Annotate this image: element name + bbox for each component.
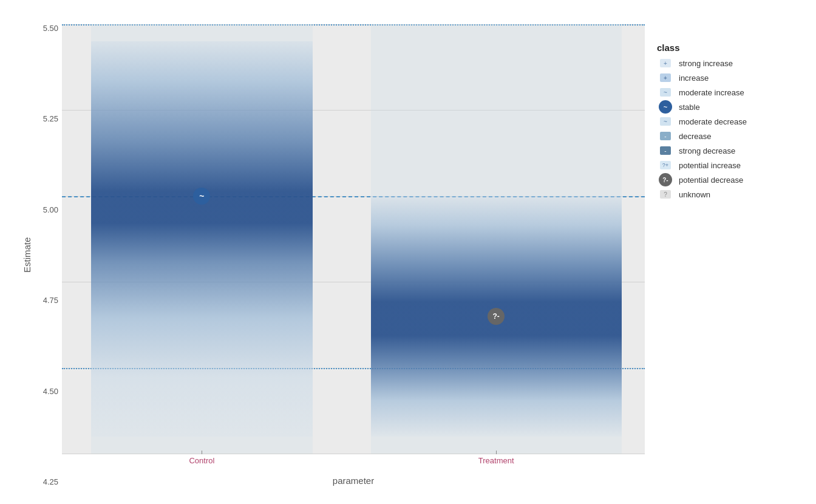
- legend-item-potential-increase: ?+ potential increase: [657, 160, 797, 171]
- legend-title: class: [657, 43, 797, 53]
- y-tick-475: 4.75: [43, 296, 58, 304]
- legend-label-moderate-decrease: moderate decrease: [679, 117, 747, 126]
- legend-label-strong-decrease: strong decrease: [679, 146, 735, 155]
- legend-icon-decrease: -: [657, 131, 674, 141]
- y-tick-425: 4.25: [43, 478, 58, 486]
- y-axis: 5.50 5.25 5.00 4.75 4.50 4.25: [36, 24, 62, 486]
- y-tick-500: 5.00: [43, 206, 58, 214]
- plot-inner: ~ ?-: [62, 24, 645, 454]
- legend-item-strong-decrease: - strong decrease: [657, 145, 797, 156]
- legend-icon-moderate-decrease: ~: [657, 116, 674, 127]
- legend-item-moderate-increase: ~ moderate increase: [657, 87, 797, 98]
- control-inner-box: [91, 41, 313, 436]
- legend-label-unknown: unknown: [679, 190, 710, 199]
- legend-icon-moderate-increase: ~: [657, 87, 674, 98]
- legend-item-increase: + increase: [657, 72, 797, 83]
- legend-item-stable: ~ stable: [657, 101, 797, 112]
- legend-item-moderate-decrease: ~ moderate decrease: [657, 116, 797, 127]
- legend-label-potential-decrease: potential decrease: [679, 175, 743, 185]
- y-tick-525: 5.25: [43, 115, 58, 123]
- chart-container: Estimate 5.50 5.25 5.00 4.75 4.50 4.25: [13, 12, 803, 492]
- chart-area: Estimate 5.50 5.25 5.00 4.75 4.50 4.25: [19, 24, 645, 486]
- legend-item-unknown: ? unknown: [657, 189, 797, 200]
- legend-icon-stable: ~: [657, 101, 674, 112]
- plot-wrapper: Estimate 5.50 5.25 5.00 4.75 4.50 4.25: [19, 24, 645, 486]
- x-tick-control: Control: [189, 456, 214, 465]
- legend-item-potential-decrease: ?- potential decrease: [657, 174, 797, 185]
- symbol-potential-decrease: ?-: [488, 308, 505, 325]
- legend-label-potential-increase: potential increase: [679, 161, 741, 170]
- legend-icon-potential-increase: ?+: [657, 160, 674, 171]
- y-tick-450: 4.50: [43, 387, 58, 395]
- legend-label-strong-increase: strong increase: [679, 59, 733, 68]
- legend-label-decrease: decrease: [679, 132, 711, 141]
- legend-icon-strong-increase: +: [657, 58, 674, 69]
- x-axis-label: parameter: [62, 475, 645, 486]
- legend-icon-unknown: ?: [657, 189, 674, 200]
- treatment-outer-box: ?-: [371, 24, 622, 454]
- legend: class + strong increase + increase: [657, 43, 797, 203]
- legend-label-moderate-increase: moderate increase: [679, 88, 744, 97]
- control-outer-box: ~: [91, 24, 313, 454]
- y-axis-label: Estimate: [19, 24, 34, 486]
- legend-label-increase: increase: [679, 73, 709, 83]
- legend-icon-potential-decrease: ?-: [657, 174, 674, 185]
- legend-icon-increase: +: [657, 72, 674, 83]
- legend-item-strong-increase: + strong increase: [657, 58, 797, 69]
- x-axis: Control Treatment: [62, 454, 645, 473]
- symbol-stable: ~: [193, 188, 210, 205]
- legend-item-decrease: - decrease: [657, 131, 797, 141]
- legend-label-stable: stable: [679, 103, 700, 112]
- x-tick-treatment: Treatment: [478, 456, 514, 465]
- y-tick-550: 5.50: [43, 24, 58, 32]
- legend-icon-strong-decrease: -: [657, 145, 674, 156]
